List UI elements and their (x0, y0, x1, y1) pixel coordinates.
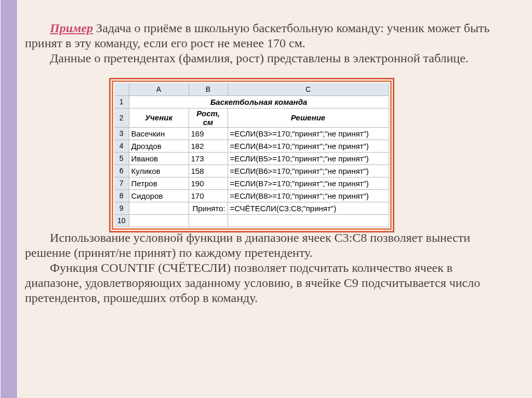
cell-summary-label: Принято: (189, 202, 228, 214)
header-a: Ученик (129, 108, 189, 127)
cell-formula: =ЕСЛИ(B8>=170;"принят";"не принят") (228, 189, 389, 202)
title-cell: Баскетбольная команда (129, 95, 389, 108)
column-header-row: A B C (114, 83, 389, 95)
cell-formula: =ЕСЛИ(B5>=170;"принят";"не принят") (228, 152, 389, 164)
header-b: Рост, см (189, 108, 228, 127)
row-num-10: 10 (114, 214, 129, 227)
cell-height: 182 (189, 140, 228, 152)
cell-empty (189, 214, 228, 227)
cell-height: 173 (189, 152, 228, 164)
row-num: 6 (114, 164, 129, 177)
decorative-left-band (0, 0, 18, 398)
cell-name: Дроздов (129, 140, 189, 152)
table-row: 8 Сидоров 170 =ЕСЛИ(B8>=170;"принят";"не… (114, 189, 389, 202)
cell-formula: =ЕСЛИ(B7>=170;"принят";"не принят") (228, 177, 389, 189)
header-c: Решение (228, 108, 389, 127)
cell-name: Иванов (129, 152, 189, 164)
table-row: 5 Иванов 173 =ЕСЛИ(B5>=170;"принят";"не … (114, 152, 389, 164)
row-num: 4 (114, 140, 129, 152)
cell-empty (228, 214, 389, 227)
paragraph-4: Функция COUNTIF (СЧЁТЕСЛИ) позволяет под… (25, 260, 508, 305)
table-row: 4 Дроздов 182 =ЕСЛИ(B4>=170;"принят";"не… (114, 140, 389, 152)
paragraph-2: Данные о претендентах (фамилия, рост) пр… (25, 51, 508, 66)
cell-height: 169 (189, 127, 228, 140)
col-header-a: A (129, 83, 189, 95)
cell-formula: =ЕСЛИ(B3>=170;"принят";"не принят") (228, 127, 389, 140)
row-num-9: 9 (114, 202, 129, 214)
row-num: 5 (114, 152, 129, 164)
example-label: Пример (50, 21, 93, 35)
row-num: 8 (114, 189, 129, 202)
table-row: 6 Куликов 158 =ЕСЛИ(B6>=170;"принят";"не… (114, 164, 389, 177)
spreadsheet-table: A B C 1 Баскетбольная команда 2 Ученик Р… (114, 83, 389, 227)
table-row: 7 Петров 190 =ЕСЛИ(B7>=170;"принят";"не … (114, 177, 389, 189)
empty-row: 10 (114, 214, 389, 227)
col-header-b: B (189, 83, 228, 95)
cell-formula: =ЕСЛИ(B4>=170;"принят";"не принят") (228, 140, 389, 152)
cell-summary-formula: =СЧЁТЕСЛИ(C3:C8;"принят") (228, 202, 389, 214)
cell-name: Петров (129, 177, 189, 189)
cell-height: 158 (189, 164, 228, 177)
col-header-c: C (228, 83, 389, 95)
cell-height: 170 (189, 189, 228, 202)
cell-empty (129, 202, 189, 214)
row-num: 3 (114, 127, 129, 140)
row-num-1: 1 (114, 95, 129, 108)
table-row: 3 Васечкин 169 =ЕСЛИ(B3>=170;"принят";"н… (114, 127, 389, 140)
row-num-2: 2 (114, 108, 129, 127)
corner-cell (114, 83, 129, 95)
cell-name: Васечкин (129, 127, 189, 140)
row-num: 7 (114, 177, 129, 189)
header-row: 2 Ученик Рост, см Решение (114, 108, 389, 127)
cell-empty (129, 214, 189, 227)
paragraph-3: Использование условной функции в диапазо… (25, 230, 508, 260)
cell-name: Сидоров (129, 189, 189, 202)
cell-formula: =ЕСЛИ(B6>=170;"принят";"не принят") (228, 164, 389, 177)
cell-name: Куликов (129, 164, 189, 177)
paragraph-1-text: Задача о приёме в школьную баскетбольную… (25, 21, 489, 50)
title-row: 1 Баскетбольная команда (114, 95, 389, 108)
spreadsheet-image: A B C 1 Баскетбольная команда 2 Ученик Р… (109, 78, 394, 232)
cell-height: 190 (189, 177, 228, 189)
summary-row: 9 Принято: =СЧЁТЕСЛИ(C3:C8;"принят") (114, 202, 389, 214)
paragraph-1: Пример Задача о приёме в школьную баскет… (25, 21, 508, 51)
